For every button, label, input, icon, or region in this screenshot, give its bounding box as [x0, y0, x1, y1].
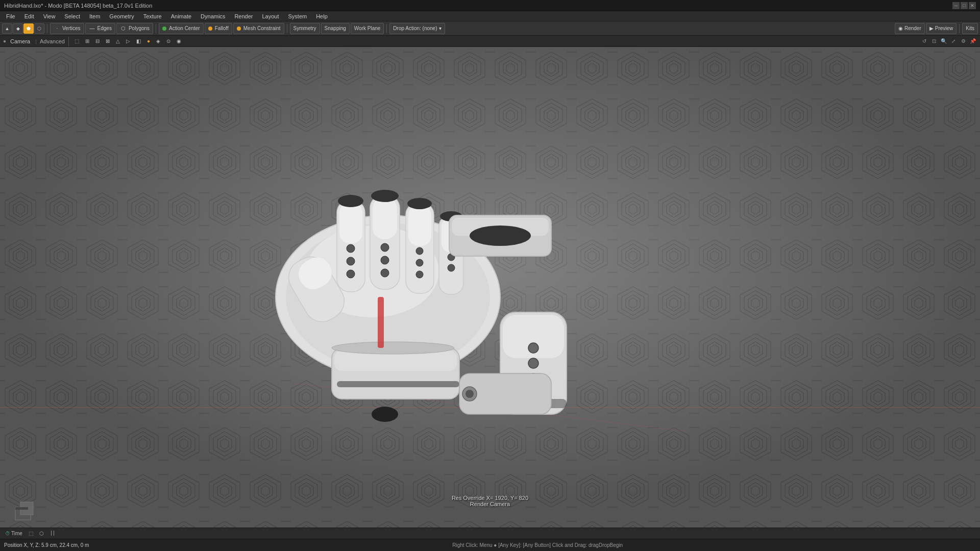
- vp-circle-btn[interactable]: ⊙: [164, 37, 173, 46]
- separator-4: [386, 24, 387, 33]
- vp-dot-btn[interactable]: ●: [145, 37, 152, 46]
- sub-toolbar: ● Camera | Advanced ⬚ ⊞ ⊟ ⊠ △ ▷ ◧ ● ◈ ⊙ …: [0, 36, 980, 47]
- menu-select[interactable]: Select: [60, 12, 84, 20]
- camera-label[interactable]: Camera: [8, 38, 32, 44]
- title-text: HibridHand.lxo* - Modo [BETA 148054] bet…: [4, 3, 152, 9]
- timeline-area: ⏱ Time ⬚ ⬡ ⏐⏐: [0, 528, 980, 539]
- menu-texture[interactable]: Texture: [139, 12, 166, 20]
- svg-point-46: [528, 343, 538, 353]
- separator-3: [287, 24, 287, 33]
- menu-edit[interactable]: Edit: [20, 12, 38, 20]
- toolbar-right: ◉ Render ▶ Preview Kits: [895, 23, 978, 34]
- menu-render[interactable]: Render: [230, 12, 257, 20]
- menu-layout[interactable]: Layout: [258, 12, 283, 20]
- menu-help[interactable]: Help: [312, 12, 332, 20]
- sub-separator: [68, 37, 69, 46]
- menu-animate[interactable]: Animate: [167, 12, 195, 20]
- vp-settings-btn[interactable]: ⚙: [959, 37, 967, 45]
- time-icon[interactable]: ⏱ Time: [3, 529, 24, 538]
- svg-rect-35: [337, 381, 459, 387]
- preview-button[interactable]: ▶ Preview: [926, 23, 957, 34]
- vp-reset-btn[interactable]: ↺: [920, 37, 928, 45]
- minimize-button[interactable]: ─: [952, 2, 960, 9]
- title-bar: HibridHand.lxo* - Modo [BETA 148054] bet…: [0, 0, 980, 11]
- svg-rect-18: [373, 197, 397, 239]
- svg-point-24: [416, 247, 423, 255]
- vp-grid-btn[interactable]: ⬚: [72, 37, 81, 46]
- close-button[interactable]: ✕: [969, 2, 976, 9]
- svg-point-47: [528, 358, 538, 368]
- advanced-label[interactable]: Advanced: [40, 38, 65, 44]
- svg-point-25: [416, 259, 423, 266]
- vp-target-btn[interactable]: ◈: [154, 37, 162, 46]
- menu-file[interactable]: File: [2, 12, 19, 20]
- kits-button[interactable]: Kits: [962, 23, 978, 34]
- vp-normal-btn[interactable]: △: [114, 37, 122, 46]
- separator-label: |: [34, 38, 38, 44]
- menu-item[interactable]: Item: [85, 12, 104, 20]
- polygons-button[interactable]: ⬡ Polygons: [116, 23, 153, 34]
- vp-expand-btn[interactable]: ⤢: [949, 37, 958, 45]
- render-button[interactable]: ◉ Render: [895, 23, 925, 34]
- separator-2: [156, 24, 156, 33]
- viewport-background: [0, 47, 980, 528]
- viewport[interactable]: Res Override X= 1920, Y= 820 Render Came…: [0, 47, 980, 528]
- drop-action-arrow: ▾: [439, 26, 442, 31]
- status-position: Position X, Y, Z: 5.9 cm, 22.4 cm, 0 m: [4, 542, 89, 548]
- menu-system[interactable]: System: [284, 12, 311, 20]
- window-controls[interactable]: ─ □ ✕: [952, 2, 976, 9]
- mode-object[interactable]: ▲: [2, 23, 12, 34]
- separator-1: [47, 24, 47, 33]
- timeline-pause-icon[interactable]: ⏐⏐: [48, 529, 57, 538]
- render-icon: ◉: [898, 26, 903, 31]
- svg-point-20: [381, 256, 389, 264]
- polygons-icon: ⬡: [120, 25, 127, 32]
- mode-bezier[interactable]: ⬡: [34, 23, 44, 34]
- edges-button[interactable]: — Edges: [85, 23, 115, 34]
- mesh-constraint-button[interactable]: Mesh Constraint: [233, 23, 284, 34]
- svg-point-21: [381, 269, 389, 277]
- maximize-button[interactable]: □: [961, 2, 968, 9]
- symmetry-button[interactable]: Symmetry: [290, 23, 320, 34]
- svg-point-39: [338, 195, 363, 207]
- timeline-bar-icon[interactable]: ⬡: [37, 529, 46, 538]
- vertices-icon: ·: [54, 25, 61, 32]
- timeline-frame-icon[interactable]: ⬚: [27, 529, 35, 538]
- snapping-button[interactable]: Snapping: [321, 23, 350, 34]
- viewport-right-btns: ↺ ⊡ 🔍 ⤢ ⚙ 📌: [920, 37, 977, 45]
- svg-rect-37: [378, 297, 384, 348]
- falloff-button[interactable]: Falloff: [205, 23, 232, 34]
- mesh-constraint-dot: [237, 27, 241, 31]
- vp-arrow-btn[interactable]: ▷: [124, 37, 132, 46]
- svg-rect-13: [339, 203, 362, 243]
- vp-filled-btn[interactable]: ◉: [175, 37, 183, 46]
- mode-mesh[interactable]: ⬟: [23, 23, 34, 34]
- preview-icon: ▶: [929, 26, 934, 31]
- mode-item[interactable]: ◆: [13, 23, 23, 34]
- menu-geometry[interactable]: Geometry: [105, 12, 138, 20]
- main-toolbar: ▲ ◆ ⬟ ⬡ · Vertices — Edges ⬡ Polygons Ac…: [0, 21, 980, 36]
- menu-view[interactable]: View: [39, 12, 60, 20]
- svg-point-36: [332, 342, 454, 354]
- svg-point-26: [416, 271, 423, 278]
- vp-pin-btn[interactable]: 📌: [969, 37, 977, 45]
- status-help: Right Click: Menu ● [Any Key]: [Any Butt…: [99, 542, 976, 548]
- action-center-button[interactable]: Action Center: [159, 23, 204, 34]
- svg-point-30: [448, 264, 455, 271]
- mode-icons: ▲ ◆ ⬟ ⬡: [2, 23, 44, 34]
- vp-half-btn[interactable]: ◧: [134, 37, 143, 46]
- title-bar-left: HibridHand.lxo* - Modo [BETA 148054] bet…: [4, 3, 152, 9]
- vp-shading-btn[interactable]: ⊟: [93, 37, 102, 46]
- svg-rect-23: [408, 205, 431, 246]
- menu-bar: File Edit View Select Item Geometry Text…: [0, 11, 980, 21]
- vp-fit-btn[interactable]: ⊡: [930, 37, 938, 45]
- nav-cube[interactable]: [10, 497, 36, 522]
- vp-four-btn[interactable]: ⊞: [83, 37, 91, 46]
- svg-rect-58: [15, 507, 28, 510]
- vp-wire-btn[interactable]: ⊠: [104, 37, 112, 46]
- work-plane-button[interactable]: Work Plane: [351, 23, 384, 34]
- drop-action-button[interactable]: Drop Action: (none) ▾: [389, 23, 445, 34]
- menu-dynamics[interactable]: Dynamics: [197, 12, 229, 20]
- vp-zoom-btn[interactable]: 🔍: [940, 37, 948, 45]
- vertices-button[interactable]: · Vertices: [50, 23, 84, 34]
